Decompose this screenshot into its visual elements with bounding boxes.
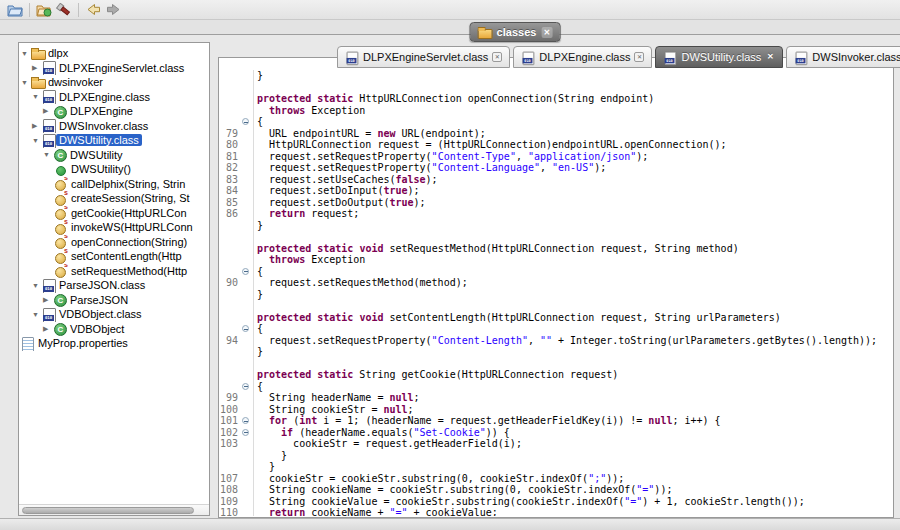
fold-collapse-icon[interactable] [242,118,249,125]
tree-item[interactable]: MyProp.properties [19,336,209,351]
fold-collapse-icon[interactable] [242,417,249,424]
scrollbar-thumb[interactable] [22,507,194,514]
tree-item[interactable]: ▶ VDBObject [19,322,209,337]
tab-close-icon[interactable]: ✕ [492,52,502,62]
code-text: request.setRequestProperty("Content-Lang… [253,162,606,174]
expand-arrow-icon[interactable]: ▶ [32,64,42,72]
tree-item-label: setContentLength(Http [71,250,182,262]
tree-item[interactable]: ▼ DWSUtility [19,148,209,163]
editor-tab[interactable]: DWSInvoker.class ✕ [786,46,900,68]
tree-item[interactable]: callDelphix(String, Strin [19,177,209,192]
line-number [220,93,240,105]
expand-arrow-icon[interactable]: ▶ [43,296,53,304]
expand-arrow-icon[interactable]: ▶ [43,107,53,115]
editor-tab[interactable]: DLPXEngine.class ✕ [513,46,652,68]
code-text: URL endpointURL = new URL(endpoint); [253,128,486,140]
expand-arrow-icon[interactable]: ▼ [32,137,42,144]
tab-close-icon[interactable]: ✕ [634,52,644,62]
tree-item[interactable]: setRequestMethod(Http [19,264,209,279]
tree-item[interactable]: ▼ dlpx [19,46,209,61]
line-number: 109 [220,496,240,508]
expand-arrow-icon[interactable]: ▶ [32,122,42,130]
tree-item-label: MyProp.properties [38,337,128,349]
fold-collapse-icon[interactable] [242,325,249,332]
code-text: if (headerName.equals("Set-Cookie")) { [253,427,510,439]
line-number [220,70,240,82]
open-file-button[interactable] [5,2,25,18]
tree-item[interactable]: ▶ DWSInvoker.class [19,119,209,134]
fold-collapse-icon[interactable] [242,429,249,436]
search-button[interactable] [54,2,74,18]
open-file-folder-icon [7,3,23,17]
expand-arrow-icon[interactable]: ▼ [21,79,31,86]
expand-arrow-icon[interactable]: ▼ [32,282,42,289]
code-line: protected static HttpURLConnection openC… [220,93,892,105]
code-text: request.setRequestProperty("Content-Leng… [253,335,877,347]
line-number: 107 [220,473,240,485]
editor-tab[interactable]: DWSUtility.class ✕ [655,46,783,68]
line-number: 101 [220,415,240,427]
tree-item[interactable]: setContentLength(Http [19,249,209,264]
code-text: } [253,70,263,82]
code-line: 108 String cookieName = cookieStr.substr… [220,484,892,496]
code-text: throws Exception [253,105,365,117]
classfile-icon [795,51,808,63]
tree-item[interactable]: ▶ DLPXEngine [19,104,209,119]
code-text: protected static void setContentLength(H… [253,312,781,324]
code-text: protected static String getCookie(HttpUR… [253,369,618,381]
tree-item[interactable]: openConnection(String) [19,235,209,250]
code-line: 100 String cookieStr = null; [220,404,892,416]
tree-item[interactable]: ▶ DLPXEngineServlet.class [19,61,209,76]
close-icon[interactable]: ✕ [541,27,552,38]
expand-arrow-icon[interactable]: ▶ [43,325,53,333]
line-number: 108 [220,484,240,496]
static-method-icon [54,250,68,263]
open-type-button[interactable] [34,2,54,18]
code-lines: } protected static HttpURLConnection ope… [220,70,892,516]
fold-collapse-icon[interactable] [242,383,249,390]
properties-icon [21,337,35,350]
classfile-icon [522,51,535,63]
classfile-icon [42,308,56,321]
package-tree: ▼ dlpx ▶ DLPXEngineServlet.class ▼ dwsin… [19,46,209,504]
tree-item[interactable]: ▼ DWSUtility.class [19,133,209,148]
code-editor[interactable]: } protected static HttpURLConnection ope… [218,57,894,518]
tree-item-label: createSession(String, St [71,192,190,204]
line-number [220,105,240,117]
tree-item[interactable]: DWSUtility() [19,162,209,177]
static-method-icon [54,264,68,277]
tree-item[interactable]: ▼ DLPXEngine.class [19,90,209,105]
expand-arrow-icon[interactable]: ▼ [43,151,53,158]
tree-horizontal-scrollbar[interactable] [19,504,209,515]
tree-item[interactable]: ▼ ParseJSON.class [19,278,209,293]
tree-item[interactable]: ▶ ParseJSON [19,293,209,308]
tree-item[interactable]: invokeWS(HttpURLConn [19,220,209,235]
code-text: { [253,116,263,128]
expand-arrow-icon[interactable]: ▼ [32,311,42,318]
folder-icon [31,76,45,89]
class-icon [53,105,67,118]
expand-arrow-icon[interactable]: ▼ [32,93,42,100]
expand-arrow-icon[interactable]: ▼ [21,50,31,57]
tree-item-label: VDBObject.class [59,308,142,320]
class-icon [53,148,67,161]
editor-tab[interactable]: DLPXEngineServlet.class ✕ [337,46,510,68]
code-text: throws Exception [253,254,365,266]
tree-item[interactable]: createSession(String, St [19,191,209,206]
workspace-tab-label: classes [497,26,537,38]
tree-item[interactable]: ▼ VDBObject.class [19,307,209,322]
code-line: 99 String headerName = null; [220,392,892,404]
tree-item-label: DLPXEngine.class [59,91,150,103]
line-number: 110 [220,507,240,516]
fold-collapse-icon[interactable] [242,268,249,275]
tab-close-icon[interactable]: ✕ [765,52,775,62]
forward-button[interactable] [103,2,123,18]
code-line: } [220,220,892,232]
back-button[interactable] [83,2,103,18]
workspace-tab-classes[interactable]: classes ✕ [470,22,561,42]
code-line: { [220,116,892,128]
code-text: cookieStr = request.getHeaderField(i); [253,438,522,450]
editor-tab-label: DWSUtility.class [681,51,761,63]
tree-item[interactable]: ▼ dwsinvoker [19,75,209,90]
tree-item[interactable]: getCookie(HttpURLCon [19,206,209,221]
